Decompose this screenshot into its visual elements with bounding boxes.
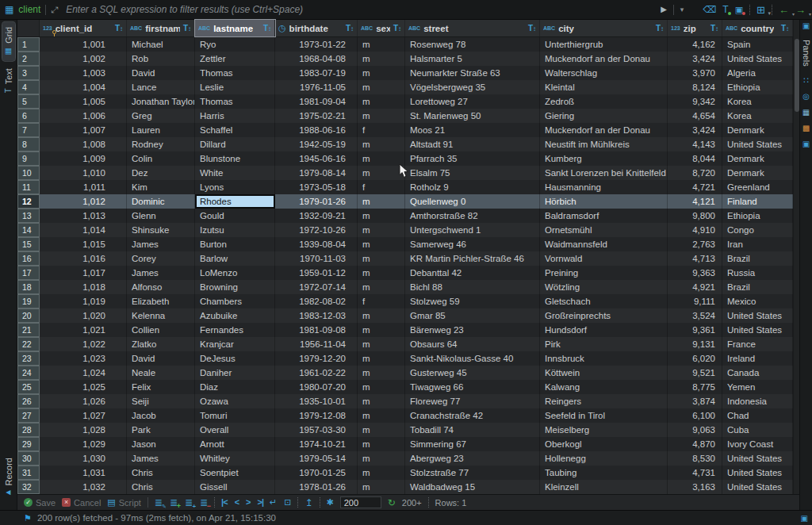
row-number[interactable]: 21 — [17, 323, 40, 337]
grid-cell[interactable]: Gould — [195, 209, 275, 223]
grid-cell[interactable]: Chris — [127, 480, 195, 494]
grid-cell[interactable]: m — [358, 423, 405, 437]
grid-cell[interactable]: 1972-10-26 — [275, 223, 358, 237]
grid-cell[interactable]: KR Martin Pichler-Straße 46 — [405, 251, 540, 266]
grid-cell[interactable]: 1976-11-05 — [275, 80, 358, 94]
apply-filter-icon[interactable]: T — [722, 5, 728, 14]
row-number[interactable]: 14 — [17, 223, 40, 237]
row-number[interactable]: 2 — [17, 52, 40, 66]
grid-cell[interactable]: Dez — [127, 166, 195, 180]
grid-cell[interactable]: f — [358, 123, 405, 137]
grid-cell[interactable]: Ethiopia — [722, 80, 793, 94]
grid-cell[interactable]: Ozawa — [195, 394, 275, 408]
row-number[interactable]: 24 — [17, 366, 40, 380]
column-filter-icon[interactable]: T↕ — [183, 24, 191, 33]
grid-cell[interactable]: Shinsuke — [127, 223, 195, 237]
grid-cell[interactable]: Muckendorf an der Donau — [540, 52, 668, 66]
row-number[interactable]: 31 — [17, 466, 40, 480]
grid-cell[interactable]: Preining — [540, 266, 668, 280]
grid-cell[interactable]: 1,028 — [40, 423, 127, 437]
grid-cell[interactable]: Waidmannsfeld — [540, 237, 668, 251]
grid-cell[interactable]: Abergweg 23 — [405, 451, 540, 466]
grid-cell[interactable]: United States — [722, 451, 793, 466]
grid-cell[interactable]: 1979-05-14 — [275, 451, 358, 466]
grid-cell[interactable]: 3,424 — [668, 123, 722, 137]
first-row-icon[interactable]: |< — [221, 498, 228, 507]
grid-cell[interactable]: Korea — [722, 94, 793, 109]
grid-cell[interactable]: Yemen — [722, 380, 793, 394]
grid-cell[interactable]: 4,910 — [668, 223, 722, 237]
column-filter-icon[interactable]: T↕ — [115, 24, 123, 33]
grid-cell[interactable]: Lauren — [127, 123, 195, 137]
delete-row-icon[interactable]: ≣ — [200, 498, 208, 508]
grid-cell[interactable]: 1979-01-26 — [275, 194, 358, 209]
grid-cell[interactable]: Waldbadweg 15 — [405, 480, 540, 494]
grid-cell[interactable]: 1961-02-22 — [275, 366, 358, 380]
grid-cell[interactable]: 6,100 — [668, 408, 722, 423]
grid-cell[interactable]: Pfarrach 35 — [405, 151, 540, 166]
grid-cell[interactable]: 1981-09-04 — [275, 94, 358, 109]
row-number[interactable]: 8 — [17, 137, 40, 151]
grid-cell[interactable]: Diaz — [195, 380, 275, 394]
grid-cell[interactable]: Quellenweg 0 — [405, 194, 540, 209]
grid-cell[interactable]: m — [358, 380, 405, 394]
grid-cell[interactable]: 1979-08-14 — [275, 166, 358, 180]
grid-cell[interactable]: Korea — [722, 109, 793, 123]
grid-cell[interactable]: m — [358, 52, 405, 66]
grid-cell[interactable]: 1979-12-08 — [275, 408, 358, 423]
grid-cell[interactable]: 1,024 — [40, 366, 127, 380]
grid-cell[interactable]: 1,021 — [40, 323, 127, 337]
grid-cell[interactable]: 1,007 — [40, 123, 127, 137]
grid-cell[interactable]: Spain — [722, 37, 793, 52]
row-number[interactable]: 25 — [17, 380, 40, 394]
tab-grid[interactable]: ▦Grid — [2, 22, 15, 61]
grid-cell[interactable]: 1968-04-08 — [275, 52, 358, 66]
row-number[interactable]: 26 — [17, 394, 40, 408]
column-filter-icon[interactable]: T↕ — [346, 24, 354, 33]
grid-cell[interactable]: m — [358, 394, 405, 408]
references-panel-icon[interactable]: ▣ — [802, 140, 810, 148]
grid-cell[interactable]: United States — [722, 137, 793, 151]
grid-cell[interactable]: Izutsu — [195, 223, 275, 237]
history-forward-icon[interactable]: → — [795, 5, 806, 15]
grid-cell[interactable]: 4,870 — [668, 437, 722, 451]
grid-cell[interactable]: Mexico — [722, 294, 793, 308]
grid-cell[interactable]: Thomas — [195, 66, 275, 80]
tab-record[interactable]: ▶Record — [2, 453, 15, 501]
row-number[interactable]: 9 — [17, 151, 40, 166]
grid-cell[interactable]: Wötzling — [540, 280, 668, 294]
row-number[interactable]: 28 — [17, 423, 40, 437]
row-number[interactable]: 30 — [17, 451, 40, 466]
row-number[interactable]: 4 — [17, 80, 40, 94]
grid-cell[interactable]: 1,010 — [40, 166, 127, 180]
grid-cell[interactable]: 9,063 — [668, 423, 722, 437]
row-number[interactable]: 23 — [17, 351, 40, 366]
grid-cell[interactable]: Dominic — [127, 194, 195, 209]
column-filter-icon[interactable]: T↕ — [781, 24, 789, 33]
export-data-icon[interactable]: ↥ — [304, 498, 312, 508]
row-number[interactable]: 11 — [17, 180, 40, 194]
grid-cell[interactable]: Debanttal 42 — [405, 266, 540, 280]
grid-cell[interactable]: 1,001 — [40, 37, 127, 52]
grid-cell[interactable]: Brazil — [722, 280, 793, 294]
grid-cell[interactable]: 1,005 — [40, 94, 127, 109]
grid-cell[interactable]: 4,731 — [668, 466, 722, 480]
grid-cell[interactable]: Muckendorf an der Donau — [540, 123, 668, 137]
grid-cell[interactable]: Russia — [722, 266, 793, 280]
row-number[interactable]: 16 — [17, 251, 40, 266]
grid-cell[interactable]: Iran — [722, 237, 793, 251]
execute-dropdown-icon[interactable]: ▾ — [680, 6, 684, 13]
grid-cell[interactable]: United States — [722, 480, 793, 494]
grid-cell[interactable]: m — [358, 137, 405, 151]
grid-cell[interactable]: 1,029 — [40, 437, 127, 451]
grid-cell[interactable]: 1,026 — [40, 394, 127, 408]
grid-cell[interactable]: 1945-06-16 — [275, 151, 358, 166]
grid-cell[interactable]: Greg — [127, 109, 195, 123]
grid-cell[interactable]: 4,121 — [668, 194, 722, 209]
grid-cell[interactable]: Kim — [127, 180, 195, 194]
table-icon[interactable]: ▦ — [5, 5, 13, 14]
grid-cell[interactable]: 1982-08-02 — [275, 294, 358, 308]
grid-cell[interactable]: 1956-11-04 — [275, 337, 358, 351]
grid-cell[interactable]: Thomas — [195, 94, 275, 109]
grid-cell[interactable]: Gusterweg 45 — [405, 366, 540, 380]
